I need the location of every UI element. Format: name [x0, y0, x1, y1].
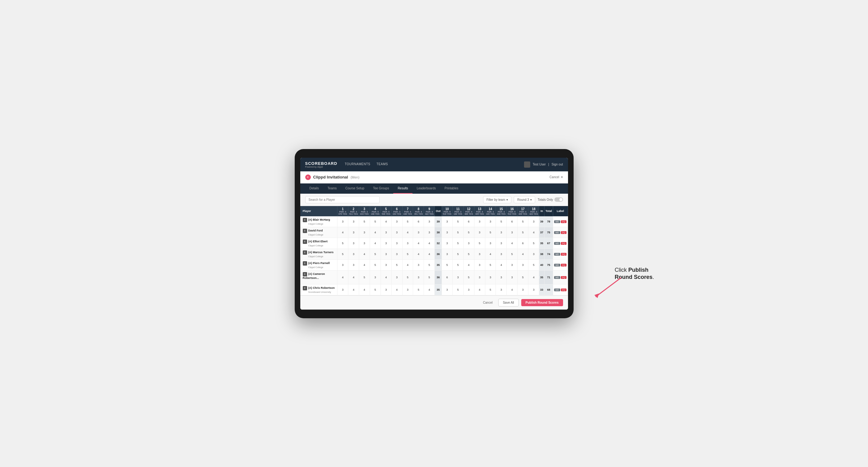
filter-by-team-select[interactable]: Filter by team ▾: [483, 196, 512, 203]
tab-course-setup[interactable]: Course Setup: [341, 183, 369, 194]
hole-10-score[interactable]: 6: [442, 270, 453, 284]
hole-10-score[interactable]: 3: [442, 238, 453, 249]
hole-2-score[interactable]: 4: [348, 284, 359, 295]
nav-teams[interactable]: TEAMS: [376, 162, 388, 166]
hole-2-score[interactable]: 4: [348, 270, 359, 284]
tab-results[interactable]: Results: [393, 183, 412, 194]
hole-15-score[interactable]: 3: [496, 238, 507, 249]
hole-16-score[interactable]: 3: [507, 270, 518, 284]
hole-18-score[interactable]: 5: [528, 259, 539, 270]
hole-6-score[interactable]: 3: [392, 227, 402, 238]
tab-details[interactable]: Details: [305, 183, 323, 194]
hole-14-score[interactable]: 5: [485, 227, 496, 238]
hole-7-score[interactable]: 4: [402, 259, 413, 270]
hole-5-score[interactable]: 3: [380, 284, 392, 295]
hole-16-score[interactable]: 4: [507, 284, 518, 295]
hole-12-score[interactable]: 6: [463, 216, 474, 227]
hole-12-score[interactable]: 4: [463, 259, 474, 270]
hole-17-score[interactable]: 5: [518, 270, 528, 284]
hole-1-score[interactable]: 3: [338, 216, 348, 227]
hole-15-score[interactable]: 3: [496, 284, 507, 295]
publish-round-scores-button[interactable]: Publish Round Scores: [521, 299, 563, 306]
hole-2-score[interactable]: 3: [348, 238, 359, 249]
hole-9-score[interactable]: 3: [424, 227, 435, 238]
hole-11-score[interactable]: 5: [453, 227, 463, 238]
cancel-button[interactable]: Cancel: [480, 299, 496, 306]
hole-17-score[interactable]: 3: [518, 259, 528, 270]
hole-16-score[interactable]: 3: [507, 227, 518, 238]
hole-7-score[interactable]: 3: [402, 284, 413, 295]
hole-1-score[interactable]: 5: [338, 238, 348, 249]
hole-10-score[interactable]: 3: [442, 216, 453, 227]
hole-10-score[interactable]: 5: [442, 259, 453, 270]
hole-11-score[interactable]: 5: [453, 238, 463, 249]
hole-14-score[interactable]: 5: [485, 259, 496, 270]
hole-5-score[interactable]: 4: [380, 270, 392, 284]
hole-6-score[interactable]: 3: [392, 270, 402, 284]
hole-15-score[interactable]: 3: [496, 249, 507, 259]
hole-13-score[interactable]: 3: [474, 259, 485, 270]
hole-18-score[interactable]: 5: [528, 238, 539, 249]
hole-3-score[interactable]: 5: [359, 270, 370, 284]
hole-1-score[interactable]: 5: [338, 249, 348, 259]
hole-10-score[interactable]: 3: [442, 284, 453, 295]
hole-8-score[interactable]: 4: [413, 238, 424, 249]
hole-4-score[interactable]: 5: [370, 216, 380, 227]
hole-10-score[interactable]: 3: [442, 249, 453, 259]
hole-15-score[interactable]: 3: [496, 270, 507, 284]
hole-9-score[interactable]: 5: [424, 259, 435, 270]
round-select[interactable]: Round 3 ▾: [514, 196, 535, 203]
hole-2-score[interactable]: 3: [348, 259, 359, 270]
hole-16-score[interactable]: 4: [507, 238, 518, 249]
sign-out-link[interactable]: Sign out: [552, 163, 563, 166]
hole-5-score[interactable]: 3: [380, 259, 392, 270]
hole-11-score[interactable]: 5: [453, 284, 463, 295]
tab-teams[interactable]: Teams: [323, 183, 341, 194]
hole-4-score[interactable]: 5: [370, 284, 380, 295]
hole-3-score[interactable]: 4: [359, 249, 370, 259]
hole-3-score[interactable]: 3: [359, 227, 370, 238]
hole-2-score[interactable]: 3: [348, 227, 359, 238]
hole-15-score[interactable]: 5: [496, 216, 507, 227]
hole-3-score[interactable]: 4: [359, 284, 370, 295]
hole-4-score[interactable]: 5: [370, 259, 380, 270]
hole-9-score[interactable]: 4: [424, 238, 435, 249]
hole-17-score[interactable]: 5: [518, 227, 528, 238]
hole-13-score[interactable]: 3: [474, 270, 485, 284]
hole-2-score[interactable]: 3: [348, 249, 359, 259]
hole-15-score[interactable]: 3: [496, 227, 507, 238]
totals-toggle-switch[interactable]: [554, 197, 563, 202]
hole-11-score[interactable]: 5: [453, 249, 463, 259]
hole-17-score[interactable]: 3: [518, 284, 528, 295]
hole-18-score[interactable]: 3: [528, 249, 539, 259]
hole-15-score[interactable]: 4: [496, 259, 507, 270]
hole-7-score[interactable]: 5: [402, 249, 413, 259]
hole-13-score[interactable]: 4: [474, 284, 485, 295]
hole-8-score[interactable]: 3: [413, 270, 424, 284]
hole-11-score[interactable]: 5: [453, 259, 463, 270]
hole-6-score[interactable]: 4: [392, 284, 402, 295]
hole-8-score[interactable]: 4: [413, 249, 424, 259]
hole-9-score[interactable]: 3: [424, 216, 435, 227]
hole-1-score[interactable]: 3: [338, 284, 348, 295]
hole-18-score[interactable]: 3: [528, 216, 539, 227]
hole-14-score[interactable]: 5: [485, 284, 496, 295]
tournament-cancel-button[interactable]: Cancel ✕: [550, 176, 563, 179]
hole-7-score[interactable]: 3: [402, 238, 413, 249]
hole-12-score[interactable]: 5: [463, 227, 474, 238]
tab-printables[interactable]: Printables: [440, 183, 462, 194]
tab-leaderboards[interactable]: Leaderboards: [412, 183, 440, 194]
hole-8-score[interactable]: 3: [413, 259, 424, 270]
hole-4-score[interactable]: 4: [370, 227, 380, 238]
hole-7-score[interactable]: 5: [402, 216, 413, 227]
hole-4-score[interactable]: 4: [370, 238, 380, 249]
hole-14-score[interactable]: 3: [485, 270, 496, 284]
hole-12-score[interactable]: 5: [463, 270, 474, 284]
hole-16-score[interactable]: 5: [507, 249, 518, 259]
search-input[interactable]: [305, 196, 380, 203]
hole-13-score[interactable]: 3: [474, 227, 485, 238]
hole-16-score[interactable]: 3: [507, 259, 518, 270]
hole-17-score[interactable]: 4: [518, 249, 528, 259]
hole-5-score[interactable]: 3: [380, 238, 392, 249]
hole-10-score[interactable]: 3: [442, 227, 453, 238]
